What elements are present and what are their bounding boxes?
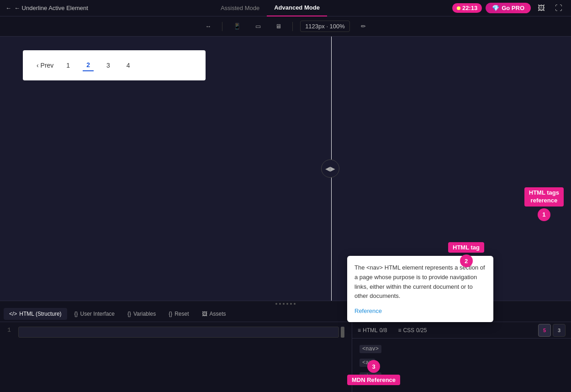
annotation-2-label: HTML tag bbox=[448, 242, 484, 253]
right-panel-icons: 5 3 bbox=[538, 324, 566, 337]
pagination-2[interactable]: 2 bbox=[83, 59, 94, 71]
html-list-icon: ≡ bbox=[358, 327, 361, 334]
html-panel-button[interactable]: 5 bbox=[538, 324, 551, 337]
css-panel-button[interactable]: 3 bbox=[553, 324, 566, 337]
tablet-icon: ▭ bbox=[255, 23, 261, 30]
annotation-mdn-reference: 3 MDN Reference bbox=[347, 360, 400, 385]
code-area: 1 bbox=[0, 322, 352, 392]
tab-advanced-mode[interactable]: Advanced Mode bbox=[267, 0, 327, 16]
css-count-label: ≡ CSS 0/25 bbox=[398, 327, 427, 334]
go-pro-button[interactable]: 💎 Go PRO bbox=[486, 3, 531, 13]
fullscreen-icon[interactable]: ⛶ bbox=[552, 1, 566, 15]
timer-dot bbox=[457, 6, 460, 10]
ui-icon: {} bbox=[74, 311, 78, 317]
mobile-icon: 📱 bbox=[233, 23, 241, 30]
gem-icon: 💎 bbox=[492, 5, 499, 11]
variables-icon: {} bbox=[127, 311, 131, 317]
desktop-view-button[interactable]: 🖥 bbox=[272, 21, 285, 32]
back-button[interactable]: ← ← Underline Active Element bbox=[5, 5, 88, 11]
bottom-content: 1 ≡ HTML 0/8 ≡ CSS 0/25 bbox=[0, 322, 571, 392]
css-icon: 3 bbox=[558, 328, 560, 333]
annotation-3-circle: 3 bbox=[367, 360, 380, 373]
timer-badge: 22:13 bbox=[452, 3, 482, 13]
image-icon[interactable]: 🖼 bbox=[534, 1, 548, 15]
annotation-3-label: MDN Reference bbox=[347, 375, 400, 385]
resize-arrows-icon: ↔ bbox=[205, 23, 211, 30]
annotation-2-circle: 2 bbox=[460, 254, 473, 267]
line-number-1: 1 bbox=[7, 327, 11, 334]
tab-variables[interactable]: {} Variables bbox=[122, 308, 161, 320]
scrollbar-thumb bbox=[341, 327, 344, 338]
toolbar: ↔ 📱 ▭ 🖥 1123px · 100% ✏ bbox=[0, 16, 571, 37]
pagination-prev[interactable]: ‹ Prev bbox=[37, 62, 53, 69]
tab-assisted-mode[interactable]: Assisted Mode bbox=[213, 0, 267, 16]
back-arrow-icon: ← bbox=[5, 5, 11, 11]
right-panel-header: ≡ HTML 0/8 ≡ CSS 0/25 5 3 bbox=[352, 322, 571, 339]
pagination-3[interactable]: 3 bbox=[103, 60, 114, 71]
reset-icon: {} bbox=[169, 311, 172, 317]
desktop-icon: 🖥 bbox=[275, 23, 281, 30]
annotation-1-label: HTML tagsreference bbox=[524, 187, 564, 207]
mode-tabs: Assisted Mode Advanced Mode bbox=[213, 0, 327, 16]
toolbar-divider-2 bbox=[292, 22, 293, 31]
tab-assets[interactable]: 🖼 Assets bbox=[196, 308, 232, 320]
toolbar-divider-1 bbox=[222, 22, 222, 31]
code-input-1[interactable] bbox=[18, 327, 339, 338]
tooltip-description: The <nav> HTML element represents a sect… bbox=[354, 263, 486, 301]
timer-value: 22:13 bbox=[462, 5, 477, 11]
tab-reset[interactable]: {} Reset bbox=[163, 308, 194, 320]
html-count-label: ≡ HTML 0/8 bbox=[358, 327, 387, 334]
html-icon: 5 bbox=[543, 328, 546, 333]
pagination-nav: ‹ Prev 1 2 3 4 bbox=[37, 59, 192, 71]
pencil-icon: ✏ bbox=[361, 23, 366, 30]
pencil-button[interactable]: ✏ bbox=[357, 21, 370, 32]
annotation-1-circle: 1 bbox=[538, 208, 550, 221]
split-arrows-icon: ◀▶ bbox=[325, 165, 335, 172]
annotation-html-tags-reference: HTML tagsreference 1 bbox=[524, 187, 564, 221]
pagination-4[interactable]: 4 bbox=[123, 60, 134, 71]
css-list-icon: ≡ bbox=[398, 327, 401, 334]
split-handle[interactable]: ◀▶ bbox=[321, 159, 339, 178]
tab-user-interface[interactable]: {} User Interface bbox=[69, 308, 120, 320]
tooltip-reference-link[interactable]: Reference bbox=[354, 307, 382, 314]
mobile-view-button[interactable]: 📱 bbox=[230, 21, 244, 32]
header-right: 22:13 💎 Go PRO 🖼 ⛶ bbox=[452, 1, 566, 15]
tab-html-structure[interactable]: </> HTML (Structure) bbox=[4, 308, 67, 320]
preview-content: ‹ Prev 1 2 3 4 bbox=[23, 50, 206, 80]
tablet-view-button[interactable]: ▭ bbox=[252, 21, 264, 32]
assets-icon: 🖼 bbox=[202, 311, 207, 317]
resize-arrows-button[interactable]: ↔ bbox=[201, 21, 215, 32]
html-structure-icon: </> bbox=[9, 311, 17, 317]
annotation-html-tag: HTML tag 2 bbox=[448, 242, 484, 267]
size-label: 1123px · 100% bbox=[300, 21, 350, 32]
code-line-1: 1 bbox=[7, 327, 344, 338]
tag-nav[interactable]: <nav> bbox=[352, 342, 571, 356]
pagination-1[interactable]: 1 bbox=[63, 60, 74, 71]
top-header: ← ← Underline Active Element Assisted Mo… bbox=[0, 0, 571, 16]
project-title: ← Underline Active Element bbox=[14, 5, 88, 11]
